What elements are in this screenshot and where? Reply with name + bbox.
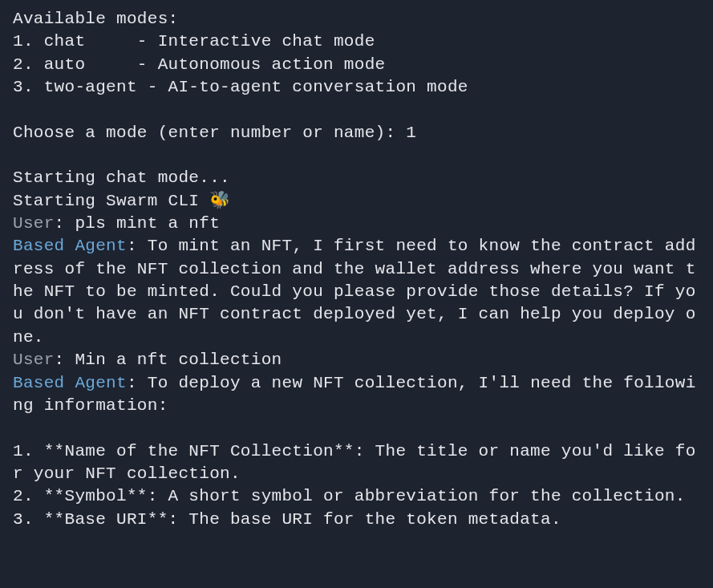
blank-line bbox=[13, 144, 700, 167]
separator: : bbox=[127, 237, 148, 255]
mode-option-2: 2. auto - Autonomous action mode bbox=[13, 54, 700, 76]
user-label: User bbox=[13, 214, 55, 233]
agent-message-1: Based Agent: To mint an NFT, I first nee… bbox=[13, 235, 700, 349]
user-text: pls mint a nft bbox=[75, 214, 220, 233]
separator: : bbox=[127, 374, 148, 392]
agent-bullet-1: 1. **Name of the NFT Collection**: The t… bbox=[13, 440, 700, 486]
mode-option-1: 1. chat - Interactive chat mode bbox=[13, 30, 700, 53]
user-message-1: User: pls mint a nft bbox=[13, 213, 700, 235]
separator: : bbox=[55, 214, 75, 233]
agent-label: Based Agent bbox=[13, 237, 127, 255]
blank-line bbox=[13, 99, 700, 121]
available-modes-heading: Available modes: bbox=[13, 8, 700, 30]
user-text: Min a nft collection bbox=[75, 351, 282, 369]
starting-chat-line: Starting chat mode... bbox=[13, 167, 700, 189]
mode-option-3: 3. two-agent - AI-to-agent conversation … bbox=[13, 76, 700, 99]
separator: : bbox=[55, 351, 75, 369]
starting-swarm-line: Starting Swarm CLI 🐝 bbox=[13, 190, 700, 213]
blank-line bbox=[13, 417, 700, 440]
user-label: User bbox=[13, 351, 55, 369]
user-message-2: User: Min a nft collection bbox=[13, 349, 700, 371]
agent-label: Based Agent bbox=[13, 374, 127, 392]
agent-message-2-intro: Based Agent: To deploy a new NFT collect… bbox=[13, 372, 700, 418]
agent-bullet-2: 2. **Symbol**: A short symbol or abbrevi… bbox=[13, 485, 700, 508]
choose-mode-prompt: Choose a mode (enter number or name): 1 bbox=[13, 122, 700, 144]
agent-bullet-3: 3. **Base URI**: The base URI for the to… bbox=[13, 509, 700, 531]
